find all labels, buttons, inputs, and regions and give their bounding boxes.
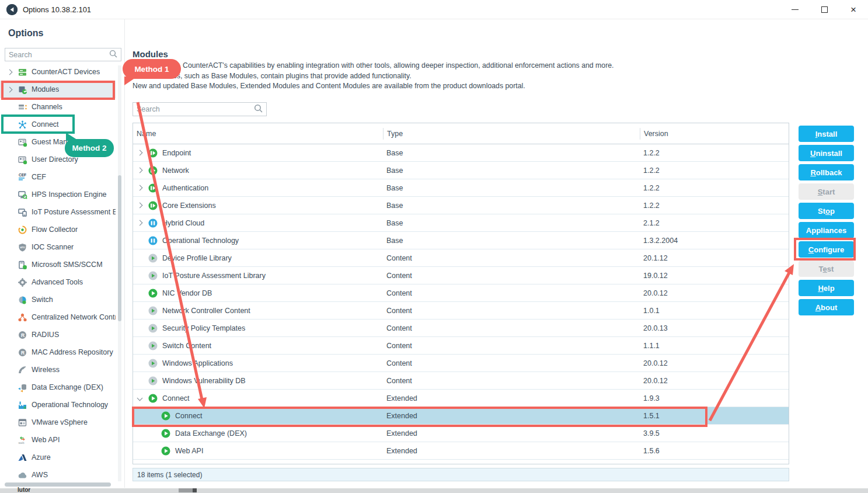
sidebar-item-cef[interactable]: CEFCEF bbox=[0, 168, 116, 186]
module-type-cell: Base bbox=[383, 219, 640, 227]
ioc-scanner-icon: ATO bbox=[18, 242, 27, 252]
table-row-device-profile-library-6[interactable]: Device Profile LibraryContent20.1.12 bbox=[133, 249, 789, 267]
table-row-iot-posture-assessment-library-7[interactable]: IoT Posture Assessment LibraryContent19.… bbox=[133, 267, 789, 284]
sidebar-scrollbar-thumb[interactable] bbox=[118, 175, 121, 321]
sidebar-item-label: VMware vSphere bbox=[32, 418, 88, 426]
channels-icon bbox=[18, 102, 27, 112]
module-name: Authentication bbox=[162, 184, 208, 192]
chevron-right-icon[interactable] bbox=[136, 221, 144, 225]
sidebar-item-label: RADIUS bbox=[32, 331, 59, 339]
module-name: Switch Content bbox=[162, 342, 211, 350]
sidebar-item-azure[interactable]: Azure bbox=[0, 449, 116, 466]
table-row-windows-applications-12[interactable]: Windows ApplicationsContent20.0.12 bbox=[133, 355, 789, 372]
chevron-right-icon[interactable] bbox=[136, 203, 144, 207]
chevron-right-icon[interactable] bbox=[6, 88, 13, 92]
sidebar-item-guest-management[interactable]: Guest Management bbox=[0, 133, 116, 151]
sidebar-item-microsoft-sms-sccm[interactable]: Microsoft SMS/SCCM bbox=[0, 256, 116, 273]
desktop-edge-strip: lutor bbox=[0, 488, 868, 493]
minimize-button[interactable] bbox=[780, 0, 810, 19]
sidebar-item-modules[interactable]: Modules bbox=[0, 81, 116, 98]
table-row-web-api-17[interactable]: Web APIExtended1.5.6 bbox=[133, 442, 789, 460]
about-button[interactable]: About bbox=[799, 299, 854, 315]
sidebar-item-web-api[interactable]: webWeb API bbox=[0, 431, 116, 449]
sidebar-item-wireless[interactable]: Wireless bbox=[0, 361, 116, 379]
description-line: New and updated Base Modules, Extended M… bbox=[133, 81, 757, 92]
table-row-security-policy-templates-10[interactable]: Security Policy TemplatesContent20.0.13 bbox=[133, 320, 789, 337]
sidebar-item-advanced-tools[interactable]: Advanced Tools bbox=[0, 273, 116, 291]
sidebar-item-label: MAC Address Repository bbox=[32, 348, 113, 356]
sidebar-item-label: Data Exchange (DEX) bbox=[32, 383, 103, 391]
appliances-button[interactable]: Appliances bbox=[799, 222, 854, 238]
module-type-cell: Content bbox=[383, 377, 640, 385]
sidebar-item-user-directory[interactable]: User Directory bbox=[0, 151, 116, 168]
module-name: Connect bbox=[175, 412, 203, 420]
sidebar-item-switch[interactable]: Switch bbox=[0, 291, 116, 308]
sidebar-item-operational-technology[interactable]: Operational Technology bbox=[0, 396, 116, 414]
clipped-edge-text: lutor bbox=[18, 487, 30, 492]
sidebar-item-centralized-network-controller[interactable]: +Centralized Network Controller bbox=[0, 308, 116, 326]
module-type-cell: Base bbox=[383, 149, 640, 157]
table-row-data-exchange-dex-16[interactable]: Data Exchange (DEX)Extended3.9.5 bbox=[133, 425, 789, 442]
svg-text:ATO: ATO bbox=[20, 245, 25, 248]
sidebar-item-connect[interactable]: Connect bbox=[0, 116, 116, 133]
stop-button[interactable]: Stop bbox=[799, 203, 854, 219]
sidebar-item-counteract-devices[interactable]: CounterACT Devices bbox=[0, 63, 116, 81]
table-row-switch-content-11[interactable]: Switch ContentContent1.1.1 bbox=[133, 337, 789, 355]
module-name-cell: Security Policy Templates bbox=[133, 324, 383, 333]
column-header-version[interactable]: Version bbox=[640, 128, 789, 140]
chevron-right-icon[interactable] bbox=[136, 151, 144, 155]
sidebar-item-ioc-scanner[interactable]: ATOIOC Scanner bbox=[0, 238, 116, 256]
maximize-button[interactable] bbox=[810, 0, 839, 19]
chevron-down-icon[interactable] bbox=[136, 396, 144, 400]
table-row-network-controller-content-9[interactable]: Network Controller ContentContent1.0.1 bbox=[133, 302, 789, 320]
modules-search-input[interactable] bbox=[133, 105, 254, 113]
rollback-button[interactable]: Rollback bbox=[799, 164, 854, 180]
radius-icon: R bbox=[18, 330, 27, 340]
table-row-nic-vendor-db-8[interactable]: NIC Vendor DBContent20.0.12 bbox=[133, 284, 789, 302]
module-status-content-icon bbox=[148, 376, 158, 386]
module-name-cell: Data Exchange (DEX) bbox=[133, 429, 383, 438]
sidebar-search-input[interactable] bbox=[5, 51, 109, 59]
table-row-connect-15[interactable]: ConnectExtended1.5.1 bbox=[133, 407, 789, 425]
table-row-endpoint-0[interactable]: EndpointBase1.2.2 bbox=[133, 144, 789, 162]
table-row-authentication-2[interactable]: AuthenticationBase1.2.2 bbox=[133, 179, 789, 197]
sidebar-item-iot-posture-assessment-engine[interactable]: IoT Posture Assessment Engine bbox=[0, 203, 116, 221]
sidebar-item-flow-collector[interactable]: Flow Collector bbox=[0, 221, 116, 238]
module-type-cell: Base bbox=[383, 237, 640, 245]
sidebar-item-data-exchange-dex[interactable]: Data Exchange (DEX) bbox=[0, 379, 116, 396]
chevron-right-icon[interactable] bbox=[6, 70, 13, 74]
table-row-windows-vulnerability-db-13[interactable]: Windows Vulnerability DBContent20.0.12 bbox=[133, 372, 789, 390]
chevron-right-icon[interactable] bbox=[136, 186, 144, 190]
module-version-cell: 1.5.6 bbox=[640, 447, 789, 455]
column-header-name[interactable]: Name bbox=[133, 128, 383, 140]
table-row-network-1[interactable]: NetworkBase1.2.2 bbox=[133, 162, 789, 179]
configure-button[interactable]: Configure bbox=[799, 241, 854, 258]
chevron-right-icon[interactable] bbox=[136, 168, 144, 172]
sidebar-item-label: Advanced Tools bbox=[32, 278, 83, 286]
module-name-cell: Core Extensions bbox=[133, 201, 383, 210]
sidebar-item-mac-address-repository[interactable]: RMAC Address Repository bbox=[0, 343, 116, 361]
sidebar-item-vmware-vsphere[interactable]: VMware vSphere bbox=[0, 414, 116, 431]
table-row-operational-technology-5[interactable]: Operational TechnologyBase1.3.2.2004 bbox=[133, 232, 789, 249]
column-header-type[interactable]: Type bbox=[383, 128, 640, 140]
sidebar-hscrollbar-thumb[interactable] bbox=[5, 482, 111, 487]
sidebar-item-aws[interactable]: AWS bbox=[0, 466, 116, 484]
install-button[interactable]: Install bbox=[799, 126, 854, 142]
sidebar-item-radius[interactable]: RRADIUS bbox=[0, 326, 116, 343]
uninstall-button[interactable]: Uninstall bbox=[799, 145, 854, 161]
sidebar-item-hps-inspection-engine[interactable]: HPS Inspection Engine bbox=[0, 186, 116, 203]
sidebar-list: CounterACT DevicesModulesChannelsConnect… bbox=[0, 63, 116, 485]
table-row-hybrid-cloud-4[interactable]: Hybrid CloudBase2.1.2 bbox=[133, 214, 789, 232]
close-button[interactable]: × bbox=[839, 0, 868, 19]
module-version-cell: 1.3.2.2004 bbox=[640, 237, 789, 245]
table-row-core-extensions-3[interactable]: Core ExtensionsBase1.2.2 bbox=[133, 197, 789, 214]
sidebar-item-channels[interactable]: Channels bbox=[0, 98, 116, 116]
table-row-connect-14[interactable]: ConnectExtended1.9.3 bbox=[133, 390, 789, 407]
help-button[interactable]: Help bbox=[799, 280, 854, 296]
sidebar-item-label: User Directory bbox=[32, 155, 78, 164]
module-name-cell: Device Profile Library bbox=[133, 254, 383, 263]
module-status-running-icon bbox=[148, 183, 158, 193]
module-status-content-icon bbox=[148, 324, 158, 333]
azure-icon bbox=[18, 453, 27, 463]
module-version-cell: 20.0.12 bbox=[640, 377, 789, 385]
